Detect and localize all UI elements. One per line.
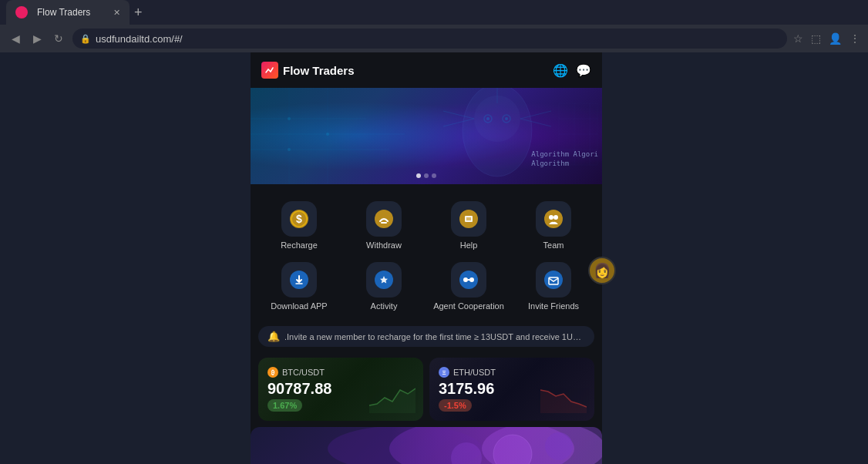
svg-point-6 — [326, 133, 329, 136]
btc-pair: BTC/USDT — [282, 368, 325, 377]
notice-text: .Invite a new member to recharge for the… — [284, 332, 585, 341]
globe-icon[interactable]: 🌐 — [553, 63, 568, 78]
tab-favicon — [15, 6, 28, 18]
app-logo: Flow Traders — [261, 62, 355, 79]
bottom-preview — [251, 427, 602, 464]
invite-icon-wrap — [536, 262, 571, 298]
svg-point-34 — [549, 215, 553, 220]
price-cards: ₿ BTC/USDT 90787.88 1.67% Ξ ETH/USDT 317… — [251, 351, 602, 427]
address-text: usdfundailtd.com/#/ — [96, 33, 183, 45]
download-app-action[interactable]: Download APP — [257, 256, 341, 317]
eth-pair: ETH/USDT — [453, 368, 496, 377]
svg-point-33 — [544, 210, 563, 228]
invite-friends-action[interactable]: Invite Friends — [511, 256, 596, 317]
app-header: Flow Traders 🌐 💬 — [251, 52, 602, 88]
refresh-button[interactable]: ↻ — [51, 32, 66, 45]
back-button[interactable]: ◀ — [8, 32, 23, 45]
banner-algo-text: Algorithm AlgoriAlgorithm — [531, 150, 598, 169]
svg-point-44 — [544, 271, 563, 289]
download-app-icon-wrap — [281, 262, 317, 298]
nav-bar: ◀ ▶ ↻ 🔒 usdfundailtd.com/#/ ☆ ⬚ 👤 ⋮ — [0, 25, 868, 52]
bookmark-icon[interactable]: ☆ — [793, 32, 803, 45]
active-tab[interactable]: Flow Traders ✕ — [6, 0, 130, 25]
svg-point-12 — [486, 117, 490, 120]
withdraw-icon-wrap — [366, 201, 402, 237]
svg-text:$: $ — [296, 213, 302, 225]
tab-close-button[interactable]: ✕ — [113, 8, 120, 18]
tab-bar: Flow Traders ✕ + — [0, 0, 868, 25]
app-content: Flow Traders 🌐 💬 — [251, 52, 602, 464]
new-tab-button[interactable]: + — [134, 5, 143, 21]
team-label: Team — [543, 240, 564, 250]
recharge-action[interactable]: $ Recharge — [257, 195, 341, 256]
left-panel — [0, 52, 251, 464]
address-bar[interactable]: 🔒 usdfundailtd.com/#/ — [72, 29, 787, 49]
app-title: Flow Traders — [283, 64, 355, 77]
banner-dot-2 — [424, 173, 429, 178]
agent-icon-wrap — [451, 262, 486, 298]
agent-cooperation-action[interactable]: Agent Cooperation — [426, 256, 511, 317]
eth-icon: Ξ — [439, 367, 449, 378]
invite-label: Invite Friends — [528, 301, 579, 311]
svg-point-7 — [288, 148, 291, 151]
menu-icon[interactable]: ⋮ — [849, 32, 860, 45]
btc-card-header: ₿ BTC/USDT — [267, 367, 414, 378]
team-action[interactable]: Team — [511, 195, 596, 256]
screen-icon[interactable]: ⬚ — [811, 32, 821, 45]
btc-icon: ₿ — [267, 367, 278, 378]
logo-icon — [261, 62, 278, 79]
quick-actions-grid: $ Recharge Withdraw — [251, 184, 602, 321]
activity-icon-wrap — [366, 262, 402, 298]
recharge-label: Recharge — [281, 240, 318, 250]
help-icon-wrap — [451, 201, 486, 237]
eth-card-header: Ξ ETH/USDT — [439, 367, 585, 378]
header-right: 🌐 💬 — [553, 63, 591, 78]
activity-label: Activity — [371, 301, 398, 311]
btc-change-badge: 1.67% — [267, 399, 302, 412]
btc-price-card[interactable]: ₿ BTC/USDT 90787.88 1.67% — [258, 358, 423, 421]
recharge-icon-wrap: $ — [281, 201, 317, 237]
svg-point-5 — [288, 117, 291, 120]
svg-rect-30 — [465, 216, 473, 222]
banner-dot-1 — [416, 173, 421, 178]
bell-icon: 🔔 — [267, 331, 280, 342]
account-icon[interactable]: 👤 — [829, 32, 842, 45]
lock-icon: 🔒 — [80, 34, 91, 44]
preview-overlay — [251, 427, 602, 464]
banner-dots — [416, 173, 436, 178]
notice-bar: 🔔 .Invite a new member to recharge for t… — [258, 326, 594, 347]
svg-point-13 — [505, 117, 508, 120]
team-icon-wrap — [536, 201, 571, 237]
svg-point-35 — [553, 215, 558, 220]
main-area: Flow Traders 🌐 💬 — [0, 52, 868, 464]
withdraw-action[interactable]: Withdraw — [341, 195, 426, 256]
forward-button[interactable]: ▶ — [29, 32, 45, 45]
banner-dot-3 — [432, 173, 436, 178]
eth-change-badge: -1.5% — [439, 399, 472, 412]
svg-point-41 — [463, 277, 468, 282]
agent-label: Agent Cooperation — [433, 301, 504, 311]
nav-icons: ☆ ⬚ 👤 ⋮ — [793, 32, 860, 45]
avatar-bubble: 👩 — [588, 257, 616, 284]
activity-action[interactable]: Activity — [341, 256, 426, 317]
download-app-label: Download APP — [271, 301, 327, 311]
tab-title: Flow Traders — [37, 7, 109, 18]
help-label: Help — [460, 240, 478, 250]
help-action[interactable]: Help — [426, 195, 511, 256]
svg-point-42 — [469, 277, 474, 282]
chat-icon[interactable]: 💬 — [576, 63, 591, 78]
eth-price-card[interactable]: Ξ ETH/USDT 3175.96 -1.5% — [429, 358, 594, 421]
banner: Algorithm AlgoriAlgorithm — [251, 88, 602, 184]
withdraw-label: Withdraw — [366, 240, 402, 250]
browser-chrome: Flow Traders ✕ + ◀ ▶ ↻ 🔒 usdfundailtd.co… — [0, 0, 868, 52]
right-panel: 👩 — [602, 52, 868, 464]
